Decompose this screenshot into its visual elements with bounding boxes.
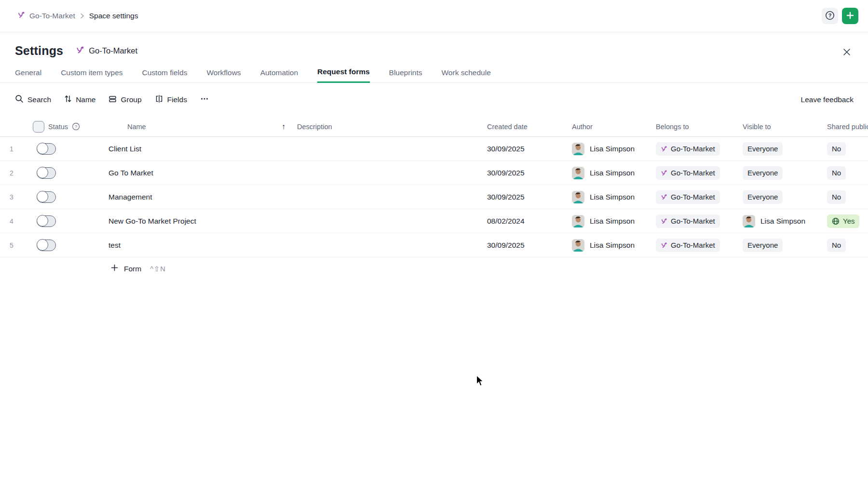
row-number: 2 [0,169,23,177]
created-date-cell: 30/09/2025 [487,193,572,201]
header-created-date[interactable]: Created date [487,123,572,131]
header-visible-to[interactable]: Visible to [738,123,827,131]
leave-feedback-link[interactable]: Leave feedback [801,95,854,104]
sort-button[interactable]: Name [64,94,95,105]
header-shared-publicly[interactable]: Shared publicly [827,123,868,131]
created-date-cell: 08/02/2024 [487,217,572,226]
shared-publicly-header-label: Shared publicly [827,123,868,131]
page-title: Settings [15,44,63,58]
author-cell: Lisa Simpson [572,191,656,203]
form-name[interactable]: Go To Market [108,169,153,177]
tab-custom-fields[interactable]: Custom fields [142,68,188,82]
shared-cell: Yes [827,214,868,228]
description-header-label: Description [297,123,332,131]
group-button[interactable]: Group [108,95,141,105]
visible-to-chip[interactable]: Everyone [743,142,783,156]
fields-button[interactable]: Fields [155,94,187,105]
status-toggle[interactable] [37,167,56,179]
space-icon [661,194,667,200]
space-icon [76,46,84,56]
add-form-button[interactable]: Form [111,264,141,273]
status-header-label: Status [48,123,68,131]
author-name: Lisa Simpson [590,241,635,250]
search-label: Search [27,95,51,104]
more-button[interactable] [200,94,209,105]
table-row[interactable]: 1 Client List 30/09/2025 Lisa Simpson Go… [0,137,868,161]
group-label: Group [121,95,141,104]
breadcrumb-space-label: Go-To-Market [29,12,75,20]
settings-header: Settings Go-To-Market [0,32,868,66]
tab-work-schedule[interactable]: Work schedule [442,68,491,82]
author-cell: Lisa Simpson [572,239,656,252]
visible-to-user[interactable]: Lisa Simpson [760,217,805,226]
space-chip[interactable]: Go-To-Market [656,214,720,228]
search-icon [15,94,24,105]
author-header-label: Author [572,123,593,131]
form-name[interactable]: test [108,241,121,250]
status-toggle[interactable] [37,240,56,251]
shared-chip-label: Yes [843,217,854,225]
chevron-right-icon [80,13,84,19]
row-number: 5 [0,241,23,249]
header-belongs-to[interactable]: Belongs to [656,123,738,131]
tab-general[interactable]: General [15,68,41,82]
add-form-row: Form ^⇧N [0,264,868,273]
tab-custom-item-types[interactable]: Custom item types [61,68,122,82]
table-row[interactable]: 3 Management 30/09/2025 Lisa Simpson Go-… [0,185,868,209]
tab-blueprints[interactable]: Blueprints [389,68,422,82]
create-button[interactable] [842,8,858,24]
visible-to-cell: Everyone [738,166,827,180]
globe-icon [832,217,840,225]
shared-chip[interactable]: Yes [827,214,859,228]
svg-text:?: ? [75,124,77,129]
visible-to-chip[interactable]: Everyone [743,190,783,204]
header-description[interactable]: Description [289,123,487,131]
space-chip[interactable]: Go-To-Market [656,190,720,204]
header-name[interactable]: Name ↑ [108,122,289,131]
shared-chip[interactable]: No [827,239,846,252]
keyboard-shortcut: ^⇧N [150,265,165,273]
breadcrumb-space-link[interactable]: Go-To-Market [17,11,75,21]
table-row[interactable]: 2 Go To Market 30/09/2025 Lisa Simpson G… [0,161,868,185]
shared-cell: No [827,190,868,204]
visible-to-chip[interactable]: Everyone [743,166,783,180]
form-name[interactable]: New Go-To Market Project [108,217,196,226]
topbar: Go-To-Market Space settings ? [0,0,868,32]
shared-chip[interactable]: No [827,190,846,204]
shared-chip[interactable]: No [827,142,846,156]
tab-workflows[interactable]: Workflows [206,68,241,82]
space-name: Go-To-Market [89,46,137,55]
status-toggle[interactable] [37,143,56,155]
tab-automation[interactable]: Automation [260,68,298,82]
status-toggle[interactable] [37,191,56,203]
form-name[interactable]: Management [108,193,152,201]
author-cell: Lisa Simpson [572,143,656,155]
belongs-to-header-label: Belongs to [656,123,689,131]
shared-chip[interactable]: No [827,166,846,180]
visible-to-cell: Everyone [738,190,827,204]
close-button[interactable] [840,46,854,59]
plus-icon [111,264,118,273]
visible-to-chip[interactable]: Everyone [743,239,783,252]
form-name[interactable]: Client List [108,145,141,153]
sort-ascending-icon[interactable]: ↑ [282,122,285,131]
visible-to-cell: Lisa Simpson [738,215,827,227]
search-button[interactable]: Search [15,94,51,105]
row-number: 1 [0,145,23,153]
space-chip[interactable]: Go-To-Market [656,166,720,180]
tab-request-forms[interactable]: Request forms [317,67,370,83]
select-all-checkbox[interactable] [33,121,44,133]
header-status: Status ? [23,121,108,133]
status-toggle[interactable] [37,215,56,227]
table-row[interactable]: 4 New Go-To Market Project 08/02/2024 Li… [0,209,868,233]
header-author[interactable]: Author [572,123,656,131]
space-chip[interactable]: Go-To-Market [656,142,720,156]
author-name: Lisa Simpson [590,193,635,201]
avatar [572,215,584,227]
space-chip[interactable]: Go-To-Market [656,239,720,252]
help-button[interactable]: ? [822,8,838,24]
row-number: 4 [0,217,23,225]
status-help-icon[interactable]: ? [72,122,80,131]
space-chip-label: Go-To-Market [671,169,715,177]
table-row[interactable]: 5 test 30/09/2025 Lisa Simpson Go-To-Mar… [0,233,868,257]
